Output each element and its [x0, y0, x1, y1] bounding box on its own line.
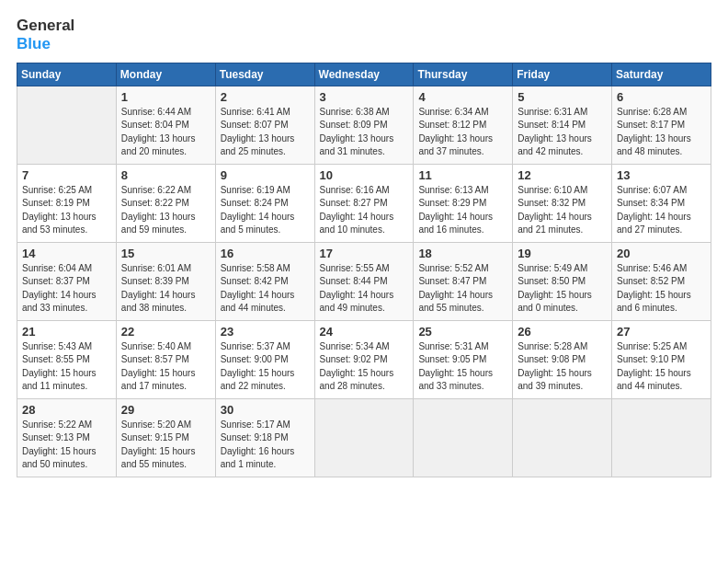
day-number: 23 [221, 325, 310, 339]
day-info: Sunrise: 6:28 AM Sunset: 8:17 PM Dayligh… [617, 106, 706, 159]
day-cell: 28Sunrise: 5:22 AM Sunset: 9:13 PM Dayli… [17, 398, 117, 477]
week-row-3: 14Sunrise: 6:04 AM Sunset: 8:37 PM Dayli… [17, 242, 711, 320]
header: General Blue GeneralBlue [17, 17, 711, 53]
day-cell: 24Sunrise: 5:34 AM Sunset: 9:02 PM Dayli… [314, 320, 414, 398]
day-info: Sunrise: 5:20 AM Sunset: 9:15 PM Dayligh… [121, 419, 210, 472]
day-number: 25 [418, 325, 507, 339]
day-cell: 12Sunrise: 6:10 AM Sunset: 8:32 PM Dayli… [513, 164, 612, 242]
col-header-monday: Monday [116, 63, 215, 86]
day-number: 17 [320, 247, 409, 260]
day-number: 21 [22, 325, 111, 339]
col-header-tuesday: Tuesday [215, 63, 314, 86]
day-info: Sunrise: 6:22 AM Sunset: 8:22 PM Dayligh… [121, 184, 210, 237]
day-info: Sunrise: 5:34 AM Sunset: 9:02 PM Dayligh… [320, 340, 409, 394]
day-info: Sunrise: 6:34 AM Sunset: 8:12 PM Dayligh… [418, 106, 507, 159]
day-cell: 2Sunrise: 6:41 AM Sunset: 8:07 PM Daylig… [215, 86, 314, 164]
day-cell [17, 86, 117, 164]
day-number: 12 [518, 168, 607, 182]
day-info: Sunrise: 5:58 AM Sunset: 8:42 PM Dayligh… [221, 262, 310, 316]
day-number: 16 [221, 247, 310, 260]
day-cell: 21Sunrise: 5:43 AM Sunset: 8:55 PM Dayli… [17, 320, 117, 398]
day-cell: 13Sunrise: 6:07 AM Sunset: 8:34 PM Dayli… [612, 164, 711, 242]
day-number: 22 [121, 325, 210, 339]
day-cell: 16Sunrise: 5:58 AM Sunset: 8:42 PM Dayli… [215, 242, 314, 320]
day-cell: 25Sunrise: 5:31 AM Sunset: 9:05 PM Dayli… [414, 320, 513, 398]
day-info: Sunrise: 5:40 AM Sunset: 8:57 PM Dayligh… [121, 340, 210, 394]
day-number: 5 [518, 90, 607, 104]
day-cell: 10Sunrise: 6:16 AM Sunset: 8:27 PM Dayli… [314, 164, 414, 242]
day-cell: 22Sunrise: 5:40 AM Sunset: 8:57 PM Dayli… [116, 320, 215, 398]
day-cell: 5Sunrise: 6:31 AM Sunset: 8:14 PM Daylig… [513, 86, 612, 164]
day-cell: 26Sunrise: 5:28 AM Sunset: 9:08 PM Dayli… [513, 320, 612, 398]
day-cell: 30Sunrise: 5:17 AM Sunset: 9:18 PM Dayli… [215, 398, 314, 477]
day-number: 27 [617, 325, 706, 339]
col-header-wednesday: Wednesday [314, 63, 414, 86]
day-cell: 7Sunrise: 6:25 AM Sunset: 8:19 PM Daylig… [17, 164, 117, 242]
day-info: Sunrise: 6:07 AM Sunset: 8:34 PM Dayligh… [617, 184, 706, 237]
day-cell: 18Sunrise: 5:52 AM Sunset: 8:47 PM Dayli… [414, 242, 513, 320]
day-cell: 23Sunrise: 5:37 AM Sunset: 9:00 PM Dayli… [215, 320, 314, 398]
day-cell: 20Sunrise: 5:46 AM Sunset: 8:52 PM Dayli… [612, 242, 711, 320]
day-number: 2 [221, 90, 310, 104]
day-info: Sunrise: 5:28 AM Sunset: 9:08 PM Dayligh… [518, 340, 607, 394]
logo-text: GeneralBlue [17, 17, 74, 53]
day-info: Sunrise: 5:22 AM Sunset: 9:13 PM Dayligh… [22, 419, 111, 472]
day-number: 26 [518, 325, 607, 339]
day-info: Sunrise: 6:25 AM Sunset: 8:19 PM Dayligh… [22, 184, 111, 237]
day-number: 3 [320, 90, 409, 104]
calendar-page: General Blue GeneralBlue SundayMondayTue… [0, 0, 728, 563]
day-cell [513, 398, 612, 477]
day-info: Sunrise: 6:41 AM Sunset: 8:07 PM Dayligh… [221, 106, 310, 159]
day-number: 8 [121, 168, 210, 182]
day-cell [314, 398, 414, 477]
day-cell: 27Sunrise: 5:25 AM Sunset: 9:10 PM Dayli… [612, 320, 711, 398]
col-header-friday: Friday [513, 63, 612, 86]
col-header-saturday: Saturday [612, 63, 711, 86]
day-cell [612, 398, 711, 477]
day-cell: 6Sunrise: 6:28 AM Sunset: 8:17 PM Daylig… [612, 86, 711, 164]
day-info: Sunrise: 5:25 AM Sunset: 9:10 PM Dayligh… [617, 340, 706, 394]
day-info: Sunrise: 6:16 AM Sunset: 8:27 PM Dayligh… [320, 184, 409, 237]
day-info: Sunrise: 5:49 AM Sunset: 8:50 PM Dayligh… [518, 262, 607, 316]
day-number: 19 [518, 247, 607, 260]
day-cell: 9Sunrise: 6:19 AM Sunset: 8:24 PM Daylig… [215, 164, 314, 242]
day-number: 11 [418, 168, 507, 182]
day-cell: 19Sunrise: 5:49 AM Sunset: 8:50 PM Dayli… [513, 242, 612, 320]
day-cell: 17Sunrise: 5:55 AM Sunset: 8:44 PM Dayli… [314, 242, 414, 320]
day-number: 15 [121, 247, 210, 260]
day-info: Sunrise: 6:31 AM Sunset: 8:14 PM Dayligh… [518, 106, 607, 159]
day-number: 1 [121, 90, 210, 104]
day-cell: 4Sunrise: 6:34 AM Sunset: 8:12 PM Daylig… [414, 86, 513, 164]
day-info: Sunrise: 5:31 AM Sunset: 9:05 PM Dayligh… [418, 340, 507, 394]
day-cell [414, 398, 513, 477]
day-number: 7 [22, 168, 111, 182]
day-number: 18 [418, 247, 507, 260]
day-info: Sunrise: 6:01 AM Sunset: 8:39 PM Dayligh… [121, 262, 210, 316]
week-row-5: 28Sunrise: 5:22 AM Sunset: 9:13 PM Dayli… [17, 398, 711, 477]
day-number: 9 [221, 168, 310, 182]
day-number: 4 [418, 90, 507, 104]
day-cell: 29Sunrise: 5:20 AM Sunset: 9:15 PM Dayli… [116, 398, 215, 477]
day-cell: 3Sunrise: 6:38 AM Sunset: 8:09 PM Daylig… [314, 86, 414, 164]
day-number: 29 [121, 403, 210, 417]
day-info: Sunrise: 5:46 AM Sunset: 8:52 PM Dayligh… [617, 262, 706, 316]
day-number: 28 [22, 403, 111, 417]
col-header-sunday: Sunday [17, 63, 117, 86]
day-info: Sunrise: 6:19 AM Sunset: 8:24 PM Dayligh… [221, 184, 310, 237]
day-number: 14 [22, 247, 111, 260]
day-cell: 15Sunrise: 6:01 AM Sunset: 8:39 PM Dayli… [116, 242, 215, 320]
day-number: 20 [617, 247, 706, 260]
week-row-2: 7Sunrise: 6:25 AM Sunset: 8:19 PM Daylig… [17, 164, 711, 242]
day-cell: 11Sunrise: 6:13 AM Sunset: 8:29 PM Dayli… [414, 164, 513, 242]
day-info: Sunrise: 6:13 AM Sunset: 8:29 PM Dayligh… [418, 184, 507, 237]
day-info: Sunrise: 6:44 AM Sunset: 8:04 PM Dayligh… [121, 106, 210, 159]
day-number: 30 [221, 403, 310, 417]
day-info: Sunrise: 5:37 AM Sunset: 9:00 PM Dayligh… [221, 340, 310, 394]
week-row-1: 1Sunrise: 6:44 AM Sunset: 8:04 PM Daylig… [17, 86, 711, 164]
day-number: 6 [617, 90, 706, 104]
header-row: SundayMondayTuesdayWednesdayThursdayFrid… [17, 63, 711, 86]
day-cell: 14Sunrise: 6:04 AM Sunset: 8:37 PM Dayli… [17, 242, 117, 320]
day-cell: 1Sunrise: 6:44 AM Sunset: 8:04 PM Daylig… [116, 86, 215, 164]
col-header-thursday: Thursday [414, 63, 513, 86]
day-number: 24 [320, 325, 409, 339]
